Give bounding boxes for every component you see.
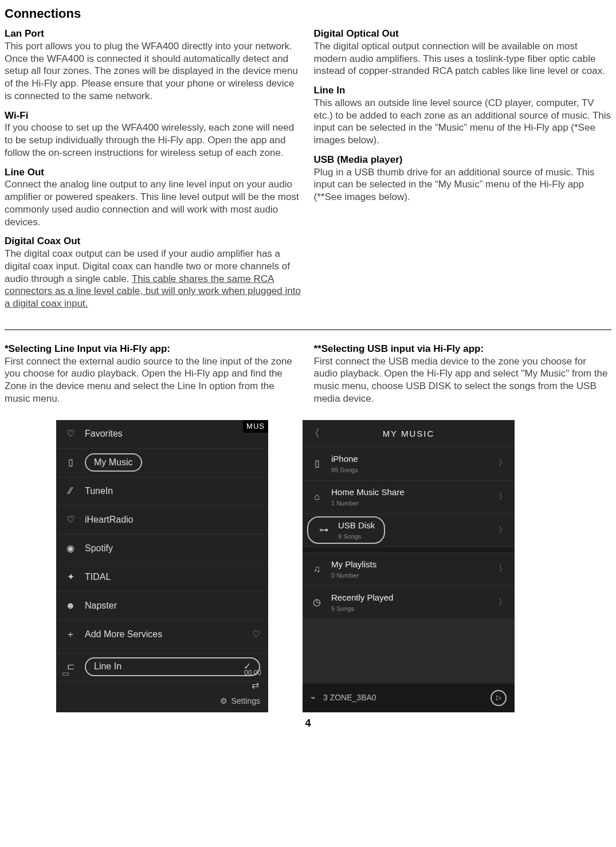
speaker-icon: ⌁ [311,693,315,703]
menu-item-napster[interactable]: ☻ Napster [56,592,268,621]
list-item-recently-played[interactable]: ◷ Recently Played 5 Songs 〉 [303,586,515,619]
section-line-out: Line Out Connect the analog line output … [5,166,303,229]
napster-icon: ☻ [64,599,77,612]
section-title: Digital Coax Out [5,235,303,248]
shuffle-icon[interactable]: ⇄ [252,680,259,691]
menu-item-tidal[interactable]: ✦ TIDAL [56,563,268,592]
section-line-in: Line In This allows an outside line leve… [314,84,612,147]
left-column: Lan Port This port allows you to plug th… [5,28,303,317]
section-digital-optical-out: Digital Optical Out The digital optical … [314,28,612,77]
play-button[interactable]: ▷ [491,690,507,706]
tidal-icon: ✦ [64,571,77,583]
list-item-home-music-share[interactable]: ⌂ Home Music Share 1 Number 〉 [303,481,515,514]
usb-icon: ⊶ [317,524,330,536]
list-item-usb-disk[interactable]: ⊶ USB Disk 9 Songs 〉 [303,514,515,547]
list-item-iphone[interactable]: ▯ iPhone 99 Songs 〉 [303,448,515,481]
screenshot-my-music: 〈 MY MUSIC ▯ iPhone 99 Songs 〉 ⌂ Home Mu… [303,420,515,712]
settings-link[interactable]: ⚙ Settings [220,696,260,707]
item-title: USB Disk [338,520,375,530]
highlight-pill: ⊶ USB Disk 9 Songs [307,516,385,544]
section-title: Line In [314,84,612,97]
phone-icon: ▯ [64,456,77,469]
spotify-icon: ◉ [64,542,77,555]
menu-item-spotify[interactable]: ◉ Spotify [56,535,268,563]
chevron-right-icon: 〉 [499,492,507,502]
section-lan-port: Lan Port This port allows you to plug th… [5,28,303,103]
item-title: Home Music Share [331,487,405,497]
section-body: The digital optical output connection wi… [314,40,612,77]
plus-icon: ＋ [64,628,77,641]
music-note-icon: ♫ [311,563,323,575]
phone-icon: ▯ [311,457,323,470]
menu-item-iheartradio[interactable]: ♡ iHeartRadio [56,506,268,535]
share-icon: ⌂ [311,491,323,503]
iheart-icon: ♡ [64,513,77,526]
screenshots: MUS ♡ Favorites ▯ My Music ⁄⁄ TuneIn ♡ i… [5,420,611,712]
page-title: Connections [5,6,611,22]
connections-columns: Lan Port This port allows you to plug th… [5,28,611,317]
section-body: If you choose to set up the WFA400 wirel… [5,121,303,159]
item-title: Recently Played [331,593,393,602]
page-number: 4 [5,717,611,730]
instr-body-right: First connect the USB media device to th… [314,355,612,405]
label: iHeartRadio [85,514,260,526]
chevron-right-icon: 〉 [499,458,507,469]
header-title: MY MUSIC [383,428,435,439]
separator [5,330,611,330]
favorite-icon[interactable]: ♡ [252,629,260,640]
label: Napster [85,600,260,611]
label: Add More Services [85,629,260,640]
section-title: Digital Optical Out [314,28,612,40]
instructions-left: *Selecting Line Input via Hi-Fly app: Fi… [5,343,303,420]
item-title: iPhone [331,454,358,464]
now-playing-bar[interactable]: ⌁ 3 ZONE_3BA0 ▷ [303,684,515,712]
right-column: Digital Optical Out The digital optical … [314,28,612,317]
item-subtitle: 1 Number [331,499,491,507]
menu-item-line-in[interactable]: ⊏ Line In ✓ [56,653,268,681]
section-title: Line Out [5,166,303,179]
section-body: This port allows you to plug the WFA400 … [5,40,303,103]
instr-title-right: **Selecting USB input via Hi-Fly app: [314,343,612,355]
header-fragment: MUS [243,420,268,433]
item-subtitle: 99 Songs [331,466,491,474]
item-subtitle: 9 Songs [338,532,375,540]
section-title: USB (Media player) [314,154,612,166]
spacer [303,547,515,553]
gear-icon: ⚙ [220,696,227,707]
menu-item-tunein[interactable]: ⁄⁄ TuneIn [56,477,268,506]
device-icon: ▭ [62,669,69,679]
section-title: Lan Port [5,28,303,40]
clock-icon: ◷ [311,596,323,609]
menu-item-my-music[interactable]: ▯ My Music [56,449,268,477]
list-item-my-playlists[interactable]: ♫ My Playlists 0 Number 〉 [303,553,515,586]
header: 〈 MY MUSIC [303,420,515,448]
back-button[interactable]: 〈 [309,427,321,440]
label: My Music [94,457,133,468]
instr-body-left: First connect the external audio source … [5,355,303,405]
item-title: My Playlists [331,559,376,569]
chevron-right-icon: 〉 [499,525,507,535]
section-body: The digital coax output can be used if y… [5,248,303,310]
zone-label: 3 ZONE_3BA0 [323,693,482,703]
section-digital-coax-out: Digital Coax Out The digital coax output… [5,235,303,310]
item-subtitle: 5 Songs [331,605,491,613]
instr-title-left: *Selecting Line Input via Hi-Fly app: [5,343,303,355]
label: Spotify [85,543,260,554]
label: Favorites [85,428,260,440]
screenshot-music-menu: MUS ♡ Favorites ▯ My Music ⁄⁄ TuneIn ♡ i… [56,420,268,712]
section-title: Wi-Fi [5,109,303,122]
highlight-pill: Line In ✓ [85,657,260,676]
heart-icon: ♡ [64,428,77,440]
label: TuneIn [85,485,260,497]
chevron-right-icon: 〉 [499,564,507,574]
menu-item-favorites[interactable]: ♡ Favorites [56,420,268,449]
section-body: Connect the analog line output to any li… [5,178,303,228]
section-body: This allows an outside line level source… [314,97,612,147]
item-subtitle: 0 Number [331,571,491,579]
section-usb: USB (Media player) Plug in a USB thumb d… [314,154,612,203]
highlight-pill: My Music [85,453,142,472]
instructions-right: **Selecting USB input via Hi-Fly app: Fi… [314,343,612,420]
chevron-right-icon: 〉 [499,597,507,607]
menu-item-add-more[interactable]: ＋ Add More Services [56,621,268,649]
instructions-columns: *Selecting Line Input via Hi-Fly app: Fi… [5,343,611,420]
